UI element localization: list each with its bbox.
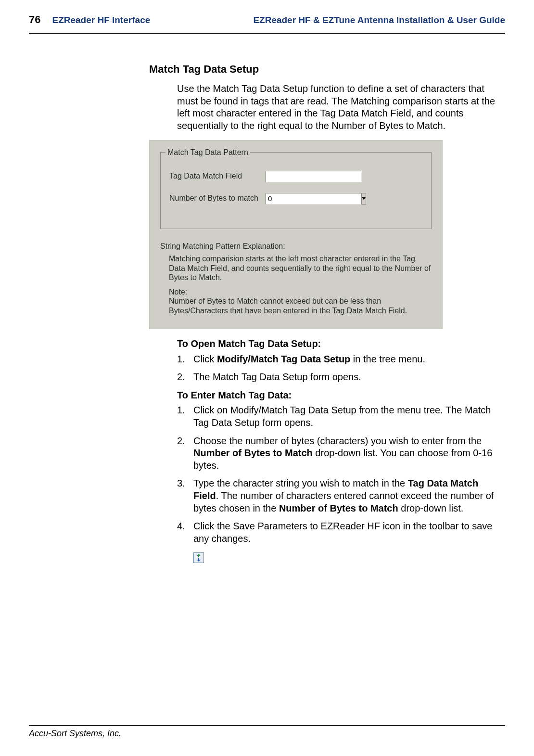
procedure-enter-steps: 1. Click on Modify/Match Tag Data Setup … — [177, 404, 505, 545]
procedure-open-steps: 1. Click Modify/Match Tag Data Setup in … — [177, 353, 505, 384]
svg-marker-1 — [197, 554, 201, 557]
explanation-note: Note: Number of Bytes to Match cannot ex… — [169, 287, 432, 316]
step-number: 3. — [177, 477, 193, 514]
page-number: 76 — [29, 13, 40, 26]
footer-company: Accu-Sort Systems, Inc. — [29, 729, 505, 739]
header-right-title: EZReader HF & EZTune Antenna Installatio… — [253, 15, 505, 26]
dropdown-button[interactable] — [361, 193, 366, 205]
match-tag-data-pattern-group: Match Tag Data Pattern Tag Data Match Fi… — [160, 152, 432, 229]
bytes-to-match-label: Number of Bytes to match — [169, 193, 266, 203]
bytes-to-match-combo[interactable] — [266, 193, 362, 205]
list-item: 1. Click on Modify/Match Tag Data Setup … — [177, 404, 505, 429]
section-title: Match Tag Data Setup — [149, 63, 505, 76]
list-item: 3. Type the character string you wish to… — [177, 477, 505, 514]
list-item: 1. Click Modify/Match Tag Data Setup in … — [177, 353, 505, 366]
step-number: 2. — [177, 435, 193, 472]
tag-data-match-row: Tag Data Match Field — [169, 171, 422, 182]
bytes-to-match-row: Number of Bytes to match — [169, 193, 422, 205]
section-intro: Use the Match Tag Data Setup function to… — [177, 83, 505, 132]
svg-marker-0 — [362, 197, 366, 200]
list-item: 2. Choose the number of bytes (character… — [177, 435, 505, 472]
step-body: Click Modify/Match Tag Data Setup in the… — [193, 353, 505, 366]
bytes-to-match-input[interactable] — [266, 193, 361, 205]
step-body: Choose the number of bytes (characters) … — [193, 435, 505, 472]
tag-data-match-field[interactable] — [266, 171, 362, 182]
step-body: The Match Tag Data Setup form opens. — [193, 371, 505, 384]
step-number: 2. — [177, 371, 193, 384]
chevron-down-icon — [362, 197, 366, 200]
note-label: Note: — [169, 288, 187, 296]
step-body: Click the Save Parameters to EZReader HF… — [193, 520, 505, 545]
explanation-p2: Number of Bytes to Match cannot exceed b… — [169, 297, 407, 315]
procedure-open-heading: To Open Match Tag Data Setup: — [177, 338, 505, 350]
step-number: 1. — [177, 404, 193, 429]
tag-data-match-label: Tag Data Match Field — [169, 171, 266, 181]
list-item: 4. Click the Save Parameters to EZReader… — [177, 520, 505, 545]
footer-rule — [29, 725, 505, 726]
save-parameters-icon — [193, 552, 204, 563]
main-content: Match Tag Data Setup Use the Match Tag D… — [149, 34, 505, 566]
header-left-title: EZReader HF Interface — [52, 15, 150, 26]
list-item: 2. The Match Tag Data Setup form opens. — [177, 371, 505, 384]
groupbox-legend: Match Tag Data Pattern — [165, 148, 250, 157]
step-body: Type the character string you wish to ma… — [193, 477, 505, 514]
procedure-enter-heading: To Enter Match Tag Data: — [177, 389, 505, 402]
explanation-title: String Matching Pattern Explanation: — [160, 242, 432, 251]
explanation-p1: Matching comparision starts at the left … — [169, 254, 432, 282]
step-number: 1. — [177, 353, 193, 366]
step-number: 4. — [177, 520, 193, 545]
dialog-screenshot: Match Tag Data Pattern Tag Data Match Fi… — [149, 140, 443, 330]
svg-marker-2 — [197, 558, 201, 562]
page-footer: Accu-Sort Systems, Inc. — [29, 725, 505, 739]
page-header: 76 EZReader HF Interface EZReader HF & E… — [29, 13, 505, 31]
explanation-body: Matching comparision starts at the left … — [169, 254, 432, 315]
step-body: Click on Modify/Match Tag Data Setup fro… — [193, 404, 505, 429]
